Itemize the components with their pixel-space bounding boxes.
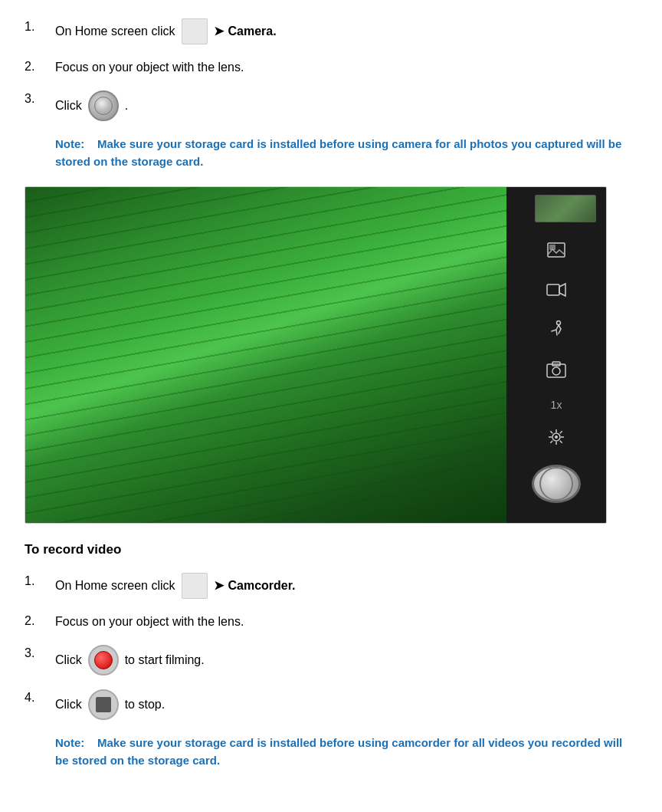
camera-label: Camera.: [228, 22, 277, 41]
step-content-1: On Home screen click ➤Camera.: [55, 18, 277, 44]
step-number-2: 2.: [25, 58, 46, 74]
video-step-3-text-after: to start filming.: [125, 651, 205, 669]
video-icon[interactable]: [542, 276, 570, 304]
record-button-icon: [88, 645, 119, 676]
video-note: Note: Make sure your storage card is ins…: [55, 734, 637, 770]
camera-mode-icon[interactable]: [542, 356, 570, 383]
video-step-number-2: 2.: [25, 613, 46, 628]
shutter-button-icon: [88, 90, 119, 121]
camera-note-text: Note: Make sure your storage card is ins…: [55, 137, 621, 168]
svg-point-9: [555, 436, 558, 439]
shutter-inner: [539, 467, 573, 501]
camera-note-body: Make sure your storage card is installed…: [55, 137, 621, 168]
video-step-1-text-before: On Home screen click: [55, 577, 175, 595]
record-inner: [94, 651, 113, 669]
step-content-2: Focus on your object with the lens.: [55, 58, 244, 77]
video-step-1: 1. On Home screen click ➤Camcorder.: [25, 573, 637, 599]
step-3-text-after: .: [125, 97, 128, 115]
step-3-text-before: Click: [55, 97, 82, 115]
video-steps-list: 1. On Home screen click ➤Camcorder. 2. F…: [25, 573, 637, 720]
video-step-content-2: Focus on your object with the lens.: [55, 613, 244, 631]
video-step-4: 4. Click to stop.: [25, 689, 637, 720]
camera-note-label: Note:: [55, 137, 84, 150]
video-step-2: 2. Focus on your object with the lens.: [25, 613, 637, 631]
video-note-text: Note: Make sure your storage card is ins…: [55, 736, 622, 767]
camera-screenshot: 1x: [25, 186, 607, 524]
step-2-text: Focus on your object with the lens.: [55, 58, 244, 77]
step-number-3: 3.: [25, 90, 46, 106]
camera-sidebar: 1x: [506, 187, 606, 523]
stop-inner: [96, 697, 111, 712]
svg-point-4: [557, 321, 561, 324]
settings-icon[interactable]: [542, 423, 570, 451]
video-step-3: 3. Click to start filming.: [25, 645, 637, 676]
home-screen-grid-icon-2: [182, 573, 208, 599]
video-step-content-3: Click to start filming.: [55, 645, 205, 676]
camera-viewfinder: [25, 187, 506, 523]
arrow-camera: ➤: [214, 22, 224, 41]
step-number-1: 1.: [25, 18, 46, 34]
camera-step-3: 3. Click .: [25, 90, 637, 121]
video-note-label: Note:: [55, 736, 84, 749]
video-step-4-text-before: Click: [55, 695, 82, 714]
gallery-icon[interactable]: [542, 236, 570, 264]
svg-point-6: [552, 367, 560, 375]
video-note-body: Make sure your storage card is installed…: [55, 736, 622, 767]
video-step-number-1: 1.: [25, 573, 46, 588]
step-content-3: Click .: [55, 90, 128, 121]
camera-step-1: 1. On Home screen click ➤Camera.: [25, 18, 637, 44]
camcorder-label: Camcorder.: [228, 577, 296, 595]
video-step-2-text: Focus on your object with the lens.: [55, 613, 244, 631]
video-step-content-1: On Home screen click ➤Camcorder.: [55, 573, 296, 599]
zoom-level: 1x: [551, 399, 562, 411]
video-step-3-text-before: Click: [55, 651, 82, 669]
section-heading-video: To record video: [25, 542, 637, 557]
video-step-content-4: Click to stop.: [55, 689, 165, 720]
video-step-4-text-after: to stop.: [125, 695, 165, 714]
sport-mode-icon[interactable]: [542, 316, 570, 344]
svg-marker-3: [559, 284, 565, 296]
video-step-number-4: 4.: [25, 689, 46, 705]
step-1-text-before: On Home screen click: [55, 22, 175, 41]
camera-shutter-button[interactable]: [532, 465, 581, 503]
arrow-camcorder: ➤: [214, 577, 224, 595]
camera-note: Note: Make sure your storage card is ins…: [55, 135, 637, 171]
camera-steps-list: 1. On Home screen click ➤Camera. 2. Focu…: [25, 18, 637, 121]
stop-button-icon: [88, 689, 119, 720]
home-screen-grid-icon: [182, 18, 208, 44]
camera-controls: 1x: [542, 228, 570, 459]
camera-thumbnail: [535, 195, 596, 222]
video-step-number-3: 3.: [25, 645, 46, 660]
svg-rect-2: [547, 284, 559, 295]
camera-step-2: 2. Focus on your object with the lens.: [25, 58, 637, 77]
